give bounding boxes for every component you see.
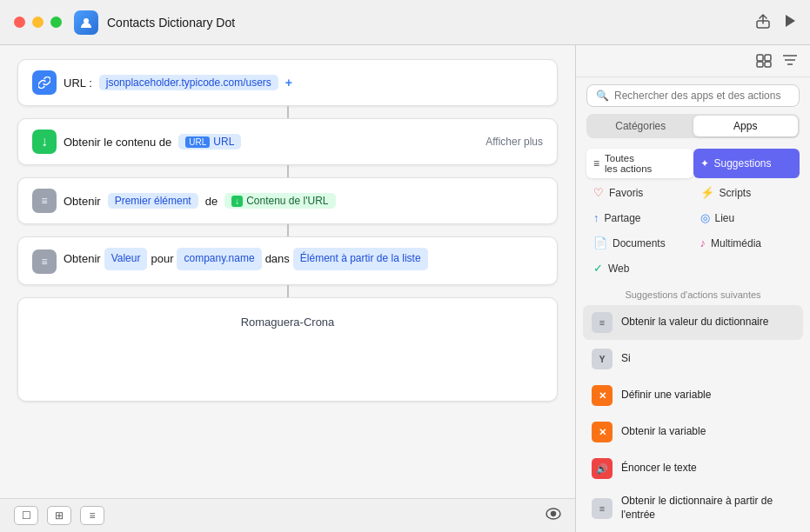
share-label: Partage	[605, 212, 641, 224]
all-label: Toutesles actions	[605, 153, 652, 174]
get-value-step: ≡ Obtenir Valeur pour company.name dans …	[17, 236, 558, 285]
connector-1	[287, 106, 289, 118]
set-var-icon: ✕	[592, 385, 613, 406]
suggestion-dict-value[interactable]: ≡ Obtenir la valeur du dictionnaire	[583, 305, 803, 340]
share-icon[interactable]	[756, 13, 770, 32]
category-all[interactable]: ≡ Toutesles actions	[586, 149, 693, 178]
list-icon-1: ≡	[32, 189, 57, 213]
de-label: de	[205, 195, 218, 208]
category-location[interactable]: ◎ Lieu	[693, 207, 800, 229]
get-content-row: ↓ Obtenir le contenu de URL URL Afficher…	[32, 130, 543, 154]
pour-label: pour	[151, 249, 173, 269]
obtenir-label-2: Obtenir	[64, 249, 101, 269]
url-content-token[interactable]: URL URL	[178, 134, 241, 150]
svg-rect-4	[757, 55, 763, 61]
element-liste-token[interactable]: Élément à partir de la liste	[293, 248, 428, 270]
favorites-label: Favoris	[609, 187, 643, 199]
suggestions-plus-icon: ✦	[700, 157, 709, 170]
get-content-label: Obtenir le contenu de	[64, 136, 171, 149]
web-icon: ✓	[593, 262, 603, 275]
tab-row: Catégories Apps	[586, 114, 800, 138]
location-icon: ◎	[700, 211, 710, 224]
get-var-icon: ✕	[592, 422, 613, 442]
all-icon: ≡	[593, 157, 599, 170]
content-icon-mini: ↓	[231, 196, 243, 207]
category-favorites[interactable]: ♡ Favoris	[586, 182, 693, 203]
svg-rect-7	[765, 62, 771, 67]
play-button[interactable]	[784, 14, 796, 31]
eye-button[interactable]	[546, 508, 561, 523]
library-icon[interactable]	[756, 54, 772, 71]
company-name-token[interactable]: company.name	[177, 248, 261, 270]
share-cat-icon: ↑	[593, 211, 599, 224]
set-var-text: Définir une variable	[621, 389, 711, 402]
url-step-icon	[32, 70, 57, 95]
workflow-panel: URL : jsonplaceholder.typicode.com/users…	[0, 45, 575, 532]
search-input[interactable]	[614, 90, 790, 102]
add-url-button[interactable]: +	[285, 76, 292, 90]
svg-rect-5	[765, 55, 771, 61]
dict-value-icon: ≡	[592, 312, 613, 333]
suggestion-get-var[interactable]: ✕ Obtenir la variable	[583, 415, 803, 449]
url-step: URL : jsonplaceholder.typicode.com/users…	[17, 59, 558, 106]
connector-3	[287, 224, 289, 236]
minimize-button[interactable]	[32, 17, 44, 28]
contenu-url-token[interactable]: ↓ Contenu de l'URL	[224, 193, 335, 209]
app-icon	[74, 10, 98, 35]
music-icon: ♪	[700, 236, 706, 249]
grid-view-button[interactable]: ⊞	[47, 506, 71, 525]
documents-label: Documents	[613, 237, 666, 249]
suggestion-set-var[interactable]: ✕ Définir une variable	[583, 378, 803, 413]
url-label: URL :	[64, 76, 92, 90]
right-panel: 🔍 Catégories Apps ≡ Toutesles actions ✦ …	[575, 45, 810, 532]
get-var-text: Obtenir la variable	[621, 425, 706, 439]
get-value-content: Obtenir Valeur pour company.name dans Él…	[64, 248, 428, 270]
list-icon-2: ≡	[32, 249, 57, 274]
speak-icon: 🔊	[592, 458, 613, 479]
suggestion-speak[interactable]: 🔊 Énoncer le texte	[583, 451, 803, 486]
get-first-step: ≡ Obtenir Premier élément de ↓ Contenu d…	[17, 177, 558, 224]
premier-element-token[interactable]: Premier élément	[108, 193, 198, 209]
location-label: Lieu	[715, 212, 735, 224]
suggestion-list: ≡ Obtenir la valeur du dictionnaire Y Si…	[576, 305, 810, 532]
get-value-row: ≡ Obtenir Valeur pour company.name dans …	[32, 248, 543, 274]
main-content: URL : jsonplaceholder.typicode.com/users…	[0, 45, 810, 532]
svg-rect-6	[757, 62, 763, 67]
single-view-button[interactable]: ☐	[14, 506, 38, 525]
workflow-toolbar: ☐ ⊞ ≡	[0, 498, 575, 532]
category-suggestions[interactable]: ✦ Suggestions	[693, 149, 800, 178]
category-scripts[interactable]: ⚡ Scripts	[693, 182, 800, 203]
categories-grid: ≡ Toutesles actions ✦ Suggestions ♡ Favo…	[576, 145, 810, 286]
close-button[interactable]	[14, 17, 25, 28]
list-view-button[interactable]: ≡	[80, 506, 104, 525]
script-icon: ⚡	[700, 186, 714, 199]
tab-apps[interactable]: Apps	[693, 116, 799, 136]
maximize-button[interactable]	[50, 17, 62, 28]
category-documents[interactable]: 📄 Documents	[586, 232, 693, 254]
get-content-icon: ↓	[32, 130, 57, 154]
category-share[interactable]: ↑ Partage	[586, 207, 693, 229]
search-icon: 🔍	[596, 90, 609, 102]
web-label: Web	[608, 263, 629, 275]
tab-categories[interactable]: Catégories	[588, 116, 693, 136]
suggestion-if[interactable]: Y Si	[583, 342, 803, 376]
dict-value-text: Obtenir la valeur du dictionnaire	[621, 316, 768, 329]
right-panel-header	[576, 45, 810, 77]
window-title: Contacts Dictionary Dot	[107, 16, 756, 30]
filter-icon[interactable]	[782, 54, 798, 71]
dict-input-text: Obtenir le dictionnaire à partir de l'en…	[621, 495, 794, 522]
valeur-token[interactable]: Valeur	[104, 248, 148, 270]
afficher-plus-label[interactable]: Afficher plus	[485, 136, 543, 148]
suggestion-dict-input[interactable]: ≡ Obtenir le dictionnaire à partir de l'…	[583, 488, 803, 529]
category-web[interactable]: ✓ Web	[586, 257, 693, 279]
window-controls	[14, 17, 62, 28]
result-text: Romaguera-Crona	[32, 312, 543, 329]
url-step-row: URL : jsonplaceholder.typicode.com/users…	[32, 70, 543, 95]
dict-input-icon: ≡	[592, 498, 613, 519]
get-content-step: ↓ Obtenir le contenu de URL URL Afficher…	[17, 118, 558, 165]
category-multimedia[interactable]: ♪ Multimédia	[693, 232, 800, 254]
get-first-row: ≡ Obtenir Premier élément de ↓ Contenu d…	[32, 189, 543, 213]
url-token[interactable]: jsonplaceholder.typicode.com/users	[99, 75, 278, 90]
if-icon: Y	[592, 349, 613, 369]
search-bar: 🔍	[586, 84, 800, 107]
